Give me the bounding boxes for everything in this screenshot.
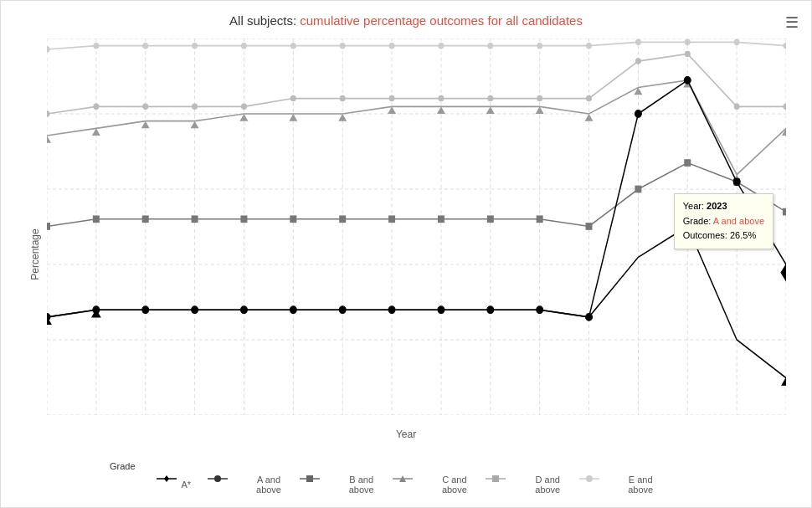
svg-rect-94 <box>142 215 149 223</box>
svg-rect-103 <box>586 223 593 230</box>
svg-marker-76 <box>47 136 51 143</box>
svg-point-122 <box>733 178 740 186</box>
legend-item-b-above: B and above <box>300 475 376 495</box>
svg-point-144 <box>586 475 593 482</box>
svg-point-120 <box>635 110 641 118</box>
svg-point-75 <box>784 104 786 110</box>
svg-rect-102 <box>537 215 543 223</box>
svg-point-66 <box>340 95 345 101</box>
legend-title: Grade <box>1 461 811 471</box>
svg-rect-92 <box>47 223 50 230</box>
svg-rect-93 <box>93 215 100 223</box>
svg-point-73 <box>685 51 690 57</box>
svg-rect-142 <box>492 475 499 482</box>
legend-item-c-above: C and above <box>393 475 469 495</box>
svg-point-71 <box>587 95 592 101</box>
svg-rect-101 <box>487 215 494 223</box>
legend-item-astar: A* <box>157 475 191 495</box>
svg-point-52 <box>439 43 444 49</box>
svg-point-44 <box>47 47 49 53</box>
svg-point-60 <box>47 111 49 117</box>
svg-point-58 <box>734 39 739 45</box>
svg-point-62 <box>143 104 148 110</box>
svg-point-72 <box>635 59 640 64</box>
svg-rect-107 <box>783 208 786 216</box>
svg-point-57 <box>685 39 690 45</box>
svg-rect-105 <box>684 159 691 167</box>
svg-rect-95 <box>192 215 198 223</box>
svg-point-67 <box>389 95 394 101</box>
legend: Grade A* A and above B and above C and a… <box>1 461 811 495</box>
legend-label-e-above: E and above <box>626 475 655 495</box>
svg-point-55 <box>587 43 592 49</box>
x-axis-label: Year <box>396 428 416 440</box>
svg-point-47 <box>193 43 198 49</box>
svg-marker-87 <box>585 114 594 121</box>
svg-point-54 <box>537 43 542 49</box>
legend-item-a-above: A and above <box>208 475 283 495</box>
svg-rect-97 <box>290 215 296 223</box>
svg-point-65 <box>290 95 296 101</box>
chart-title-highlight: cumulative percentage outcomes for all c… <box>300 13 583 28</box>
svg-point-49 <box>290 43 296 49</box>
svg-marker-84 <box>437 106 445 114</box>
svg-point-46 <box>143 43 148 49</box>
svg-point-51 <box>389 43 394 49</box>
chart-title: All subjects: cumulative percentage outc… <box>1 1 811 32</box>
svg-point-70 <box>537 95 542 101</box>
svg-point-63 <box>193 104 198 110</box>
svg-rect-138 <box>306 475 313 482</box>
svg-point-53 <box>488 43 493 49</box>
svg-point-45 <box>94 43 99 49</box>
chart-container: All subjects: cumulative percentage outc… <box>0 0 812 508</box>
legend-items: A* A and above B and above C and above D… <box>1 475 811 495</box>
svg-rect-96 <box>240 215 247 223</box>
svg-marker-123 <box>781 264 786 281</box>
chart-area: 0% 20% 40% 60% 80% 100% 2008 2009 2010 2… <box>47 38 786 415</box>
y-axis-label: Percentage <box>29 228 41 280</box>
svg-point-121 <box>684 77 691 85</box>
svg-point-56 <box>635 39 640 45</box>
svg-point-48 <box>241 43 246 49</box>
svg-point-68 <box>439 95 444 101</box>
svg-marker-134 <box>164 475 169 482</box>
legend-label-a-above: A and above <box>254 475 283 495</box>
svg-point-64 <box>241 104 246 110</box>
svg-rect-99 <box>388 215 395 223</box>
svg-rect-104 <box>635 186 641 193</box>
legend-label-d-above: D and above <box>533 475 563 495</box>
svg-point-61 <box>94 104 99 110</box>
menu-icon[interactable]: ☰ <box>785 13 799 32</box>
svg-rect-98 <box>339 215 346 223</box>
legend-label-b-above: B and above <box>347 475 376 495</box>
svg-marker-82 <box>338 114 347 121</box>
svg-point-136 <box>214 475 221 482</box>
legend-item-d-above: D and above <box>486 475 562 495</box>
legend-label-astar: A* <box>181 480 191 490</box>
svg-point-59 <box>784 43 786 49</box>
svg-marker-85 <box>486 106 495 114</box>
legend-label-c-above: C and above <box>439 475 469 495</box>
svg-point-69 <box>488 95 493 101</box>
svg-point-50 <box>340 43 345 49</box>
svg-marker-79 <box>191 121 199 129</box>
legend-item-e-above: E and above <box>579 475 655 495</box>
svg-point-74 <box>734 104 739 110</box>
svg-rect-100 <box>438 215 445 223</box>
svg-marker-126 <box>782 378 786 386</box>
svg-marker-81 <box>289 114 297 121</box>
